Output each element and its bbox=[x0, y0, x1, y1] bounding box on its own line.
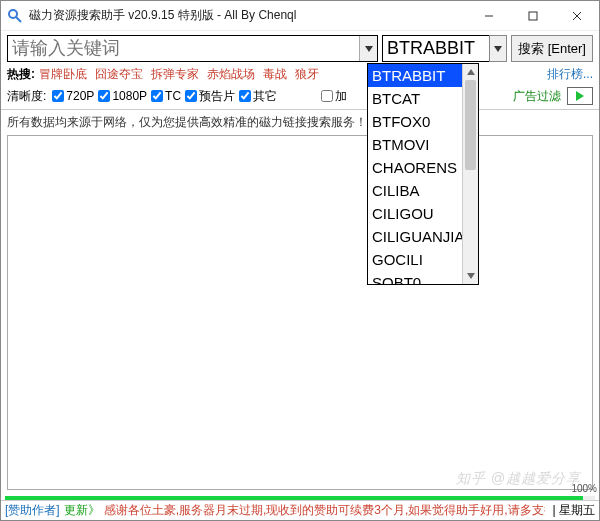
results-area[interactable] bbox=[7, 135, 593, 490]
ad-filter-label: 广告过滤 bbox=[513, 88, 561, 105]
extra-checkbox[interactable]: 加 bbox=[321, 88, 347, 105]
status-message: 感谢各位土豪,服务器月末过期,现收到的赞助可续费3个月,如果觉得助手好用,请多支… bbox=[104, 502, 545, 519]
hot-search-row: 热搜: 冒牌卧底 囧途夺宝 拆弹专家 赤焰战场 毒战 狼牙 排行榜... bbox=[1, 64, 599, 85]
hot-link[interactable]: 毒战 bbox=[263, 66, 287, 83]
keyword-input[interactable] bbox=[7, 35, 378, 62]
hot-link[interactable]: 狼牙 bbox=[295, 66, 319, 83]
hot-link[interactable]: 冒牌卧底 bbox=[39, 66, 87, 83]
minimize-button[interactable] bbox=[467, 1, 511, 30]
watermark-text: 知乎 @越越爱分享 bbox=[456, 470, 581, 488]
hot-label: 热搜: bbox=[7, 66, 35, 83]
source-combo-value: BTRABBIT bbox=[382, 35, 490, 62]
svg-line-1 bbox=[16, 17, 21, 22]
info-strip: 所有数据均来源于网络，仅为您提供高效精准的磁力链接搜索服务！ bbox=[1, 109, 599, 135]
scroll-down-icon[interactable] bbox=[463, 268, 478, 284]
clarity-trailer[interactable]: 预告片 bbox=[185, 88, 235, 105]
ad-filter-group: 广告过滤 bbox=[513, 87, 593, 105]
search-button[interactable]: 搜索 [Enter] bbox=[511, 35, 593, 62]
clarity-1080p[interactable]: 1080P bbox=[98, 89, 147, 103]
progress-bar bbox=[5, 496, 595, 500]
ad-filter-play-button[interactable] bbox=[567, 87, 593, 105]
update-link[interactable]: 更新》 bbox=[64, 502, 100, 519]
source-dropdown-list: BTRABBIT BTCAT BTFOX0 BTMOVI CHAORENS CI… bbox=[367, 63, 479, 285]
hot-link[interactable]: 拆弹专家 bbox=[151, 66, 199, 83]
source-combo[interactable]: BTRABBIT bbox=[382, 35, 507, 62]
clarity-720p[interactable]: 720P bbox=[52, 89, 94, 103]
maximize-button[interactable] bbox=[511, 1, 555, 30]
clarity-tc[interactable]: TC bbox=[151, 89, 181, 103]
search-row: BTRABBIT 搜索 [Enter] bbox=[1, 31, 599, 64]
clarity-row: 清晰度: 720P 1080P TC 预告片 其它 加 广告过滤 bbox=[1, 85, 599, 109]
close-button[interactable] bbox=[555, 1, 599, 30]
app-icon bbox=[7, 8, 23, 24]
keyword-history-arrow[interactable] bbox=[359, 36, 377, 61]
sponsor-link[interactable]: [赞助作者] bbox=[5, 502, 60, 519]
svg-rect-3 bbox=[529, 12, 537, 20]
status-weekday: | 星期五 bbox=[553, 502, 595, 519]
window-title: 磁力资源搜索助手 v20.9.15 特别版 - All By Chenql bbox=[29, 7, 467, 24]
hot-link[interactable]: 囧途夺宝 bbox=[95, 66, 143, 83]
clarity-other[interactable]: 其它 bbox=[239, 88, 277, 105]
scroll-thumb[interactable] bbox=[465, 80, 476, 170]
window-controls bbox=[467, 1, 599, 30]
hot-link[interactable]: 赤焰战场 bbox=[207, 66, 255, 83]
dropdown-scrollbar[interactable] bbox=[462, 64, 478, 284]
scroll-up-icon[interactable] bbox=[463, 64, 478, 80]
source-combo-arrow[interactable] bbox=[489, 35, 507, 62]
clarity-label: 清晰度: bbox=[7, 88, 46, 105]
ranking-link[interactable]: 排行榜... bbox=[547, 66, 593, 83]
app-window: 磁力资源搜索助手 v20.9.15 特别版 - All By Chenql BT… bbox=[0, 0, 600, 521]
status-bar: [赞助作者] 更新》 感谢各位土豪,服务器月末过期,现收到的赞助可续费3个月,如… bbox=[1, 500, 599, 520]
svg-point-0 bbox=[9, 10, 17, 18]
titlebar: 磁力资源搜索助手 v20.9.15 特别版 - All By Chenql bbox=[1, 1, 599, 31]
